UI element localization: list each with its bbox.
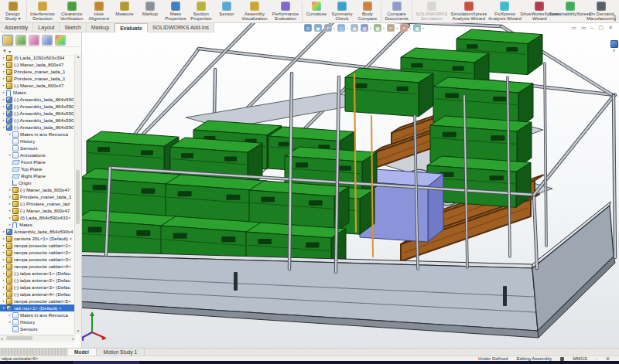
tree-item[interactable]: Right Plane [0,172,75,179]
tree-item[interactable]: ▸rampa protectie cablari<3> [0,256,75,263]
tree-item[interactable]: ▸(-) Maner_lada_800x47 [0,207,75,214]
appearance-icon[interactable]: ◕ [400,24,408,32]
tree-item[interactable]: ▸Prindere_maner_lada_1 [0,75,75,82]
ribbon-button-compare-documents[interactable]: Compare Documents [382,0,410,22]
tree-item[interactable]: Sensors [0,325,75,332]
tree-item[interactable]: ▸(-) Ansamblu_lada_864x590 [0,103,75,110]
dropdown-caret-icon[interactable]: ▾ [409,26,411,30]
ribbon-button-floxpress-analysis-wizard[interactable]: FloXpress Analysis Wizard [487,0,522,22]
tree-item[interactable]: ▸Prindere_maner_lada_1 [0,68,75,75]
dropdown-caret-icon[interactable]: ▾ [422,26,424,30]
ribbon-button-body-compare[interactable]: Body Compare [354,0,380,22]
tree-item[interactable]: ▸Mates in ans Remorca [0,131,75,138]
tree-item[interactable]: ▸(-) talpa antena<4> (Defau [0,291,75,298]
ribbon-button-sustainabilityxpress[interactable]: SustainabilityXpress [556,0,583,16]
tree-item[interactable]: ▸Mates [0,89,75,96]
tree-vertical-scrollbar[interactable]: ▲ ▼ [74,54,81,334]
tree-item[interactable]: ▸Mates [0,221,75,228]
ribbon-button-design-study[interactable]: Design Study ▾ [0,0,26,22]
tree-item[interactable]: ▸rampa protectie cablari<1> [0,242,75,249]
tab-markup[interactable]: Markup [87,23,115,32]
graphics-viewport[interactable] [0,23,619,348]
tree-item[interactable]: ▸(-) Ansamblu_lada_864x590 [0,117,75,124]
tree-item[interactable]: ▾(-) Ansamblu_lada_864x590 [0,124,75,131]
ribbon-button-markup[interactable]: Markup [137,0,162,16]
minimize-icon[interactable]: – [591,24,594,31]
pane-splitter-handle[interactable] [0,349,67,355]
tree-item[interactable]: Top Plane [0,165,75,172]
display-style-icon[interactable]: ▩ [374,24,381,32]
tree-item[interactable]: ▸rampa protectie cablari<2> [0,249,75,256]
tree-item[interactable]: History [0,138,75,145]
previous-view-icon[interactable]: ↶ [324,24,332,32]
tree-item[interactable]: ▸(-) Maner_lada_800x47 [0,61,75,68]
propertymanager-icon[interactable] [15,35,26,46]
tree-item[interactable]: ▸Prindere_maner_lada_1 [0,193,75,200]
ribbon-button-mass-properties[interactable]: Mass Properties [162,0,188,22]
view-orientation-icon[interactable]: ▧ [361,24,368,32]
tree-item[interactable]: ▸(-) Maner_lada_800x47 [0,82,75,89]
tab-motion-study-1[interactable]: Motion Study 1 [97,349,145,355]
ribbon-button-curvature[interactable]: Curvature [303,0,329,16]
tab-layout[interactable]: Layout [33,23,60,32]
dropdown-caret-icon[interactable]: ▾ [347,26,348,30]
tab-evaluate[interactable]: Evaluate [115,23,148,32]
dropdown-caret-icon[interactable]: ▾ [383,26,385,30]
ribbon-button-simulationxpress-analysis-wizard[interactable]: SimulationXpress Analysis Wizard [450,0,487,22]
tree-item[interactable]: ▸Ansamblu_lada_864x590x4 [0,228,75,235]
zoom-fit-icon[interactable]: ⊙ [304,24,312,32]
dropdown-caret-icon[interactable]: ▾ [396,26,398,30]
tab-model[interactable]: Model [67,349,97,355]
annotation-views-icon[interactable]: ◉ [351,24,358,32]
tree-item[interactable]: ▸(-) Maner_lada_800x47 [0,186,75,193]
close-icon[interactable]: ✕ [608,24,613,31]
tree-item[interactable]: ▸(-) Ansamblu_lada_864x590 [0,96,75,103]
tree-item[interactable]: Origin [0,179,75,186]
scroll-down-icon[interactable]: ▼ [75,328,81,334]
ribbon-button-section-properties[interactable]: Section Properties [188,0,214,22]
dropdown-caret-icon[interactable]: ▾ [333,26,335,30]
tree-item[interactable]: ▸(-) talpa antena<2> (Defau [0,277,75,284]
tree-item[interactable]: ▸History [0,318,75,325]
tree-item[interactable]: ▸rampa protectie cablari<4> [0,263,75,270]
scroll-right-icon[interactable]: ▸ [72,336,74,341]
tree-item[interactable]: Sensors [0,145,75,151]
ribbon-button-interference-detection[interactable]: Interference Detection [28,0,57,22]
window-icon-1[interactable]: ▭ [571,24,576,31]
tree-item[interactable]: ▸(-) Prindere_maner_lad [0,200,75,207]
tree-item[interactable]: ▸rampa protectie cablari<5> [0,298,75,304]
ribbon-button-hole-alignment[interactable]: Hole Alignment [86,0,111,22]
tree-horizontal-scrollbar[interactable]: ◂ ▸ [0,335,75,342]
tree-item[interactable]: ▸(-) talpa antena<3> (Defau [0,284,75,291]
ribbon-button-clearance-verification[interactable]: Clearance Verification [57,0,86,22]
hide-show-icon[interactable]: ∞ [387,24,395,32]
ribbon-button-symmetry-check[interactable]: Symmetry Check [329,0,354,22]
dropdown-caret-icon[interactable]: ▾ [370,26,371,30]
ribbon-collapse-icon[interactable]: ∧ [613,13,617,19]
window-icon-2[interactable]: ▭ [581,24,587,31]
scroll-thumb[interactable] [76,170,80,224]
tree-item[interactable]: ▸(f) Lada_864x590x432< [0,214,75,221]
tab-solidworks-add-ins[interactable]: SOLIDWORKS Add-Ins [148,23,214,32]
ribbon-button-measure[interactable]: Measure [111,0,137,16]
tree-item[interactable]: ▸(f) Lada_1092x503x394 [0,54,75,61]
ribbon-button-assembly-visualization[interactable]: Assembly Visualization [239,0,269,22]
tab-assembly[interactable]: Assembly [0,23,33,32]
task-pane-tab[interactable]: ∧ [610,40,618,53]
ribbon-button-sensor[interactable]: Sensor [214,0,239,16]
scroll-up-icon[interactable]: ▲ [75,54,81,60]
tree-item[interactable]: ▸canistra 20L<1> (Default) < [0,235,75,242]
tree-item[interactable]: ▸Annotations [0,151,75,158]
scene-icon[interactable]: ▦ [413,24,421,32]
tree-item[interactable]: ▸Mates in ans Remorca [0,311,75,318]
tree-item[interactable]: ▸(-) talpa antena<1> (Defau [0,270,75,277]
tree-item[interactable]: Front Plane [0,158,75,165]
ribbon-button-driveworksxpress-wizard[interactable]: DriveWorksXpress Wizard [522,0,556,22]
restore-icon[interactable]: ▢ [599,24,604,31]
tree-item[interactable]: ▸(-) Ansamblu_lada_864x590 [0,110,75,117]
zoom-area-icon[interactable]: ▣ [314,24,322,32]
scroll-thumb[interactable] [6,336,32,340]
featuremanager-tree-icon[interactable] [2,35,13,46]
configurationmanager-icon[interactable] [29,35,39,46]
ribbon-button-performance-evaluation[interactable]: Performance Evaluation [270,0,302,22]
